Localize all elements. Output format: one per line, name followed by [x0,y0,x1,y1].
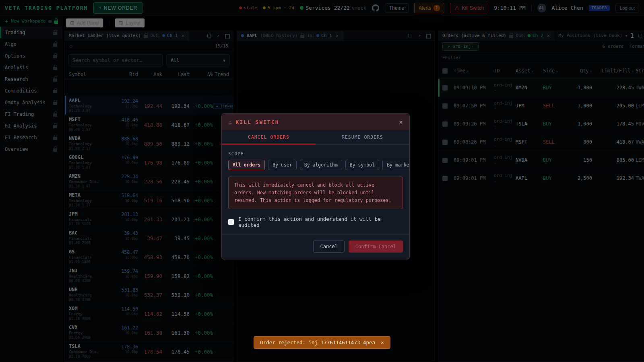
confirm-cancel-button[interactable]: Confirm Cancel [349,241,403,253]
modal-footer: Cancel Confirm Cancel [222,234,409,259]
warning-message: This will immediately cancel and block a… [228,177,403,209]
modal-title: KILL SWITCH [235,119,279,125]
modal-body: SCOPE All ordersBy userBy algorithmBy sy… [222,145,409,234]
scope-button-by-user[interactable]: By user [268,160,296,170]
cancel-button[interactable]: Cancel [313,241,344,253]
scope-label: SCOPE [228,151,403,156]
warning-icon: ⚠ [228,119,231,125]
scope-button-by-market-exchange[interactable]: By market/exchange [382,160,410,170]
modal-tabs: CANCEL ORDERSRESUME ORDERS [222,130,409,145]
confirm-checkbox[interactable] [228,219,234,225]
modal-tab-cancel-orders[interactable]: CANCEL ORDERS [222,130,316,144]
toast-notification: Order rejected: inj-1776114611473-4pea × [254,336,390,349]
scope-button-all-orders[interactable]: All orders [228,160,265,170]
close-icon[interactable]: × [381,339,384,346]
toast-message: Order rejected: inj-1776114611473-4pea [260,339,375,346]
modal-tab-resume-orders[interactable]: RESUME ORDERS [316,130,409,144]
kill-switch-modal: ⚠ KILL SWITCH × CANCEL ORDERSRESUME ORDE… [221,113,410,259]
modal-header: ⚠ KILL SWITCH × [222,114,409,130]
confirm-row: I confirm this action and understand it … [228,216,403,228]
scope-button-by-symbol[interactable]: By symbol [345,160,379,170]
scope-buttons: All ordersBy userBy algorithmBy symbolBy… [228,160,403,170]
confirm-checkbox-label: I confirm this action and understand it … [238,216,403,228]
scope-button-by-algorithm[interactable]: By algorithm [300,160,342,170]
close-icon[interactable]: × [399,118,403,126]
